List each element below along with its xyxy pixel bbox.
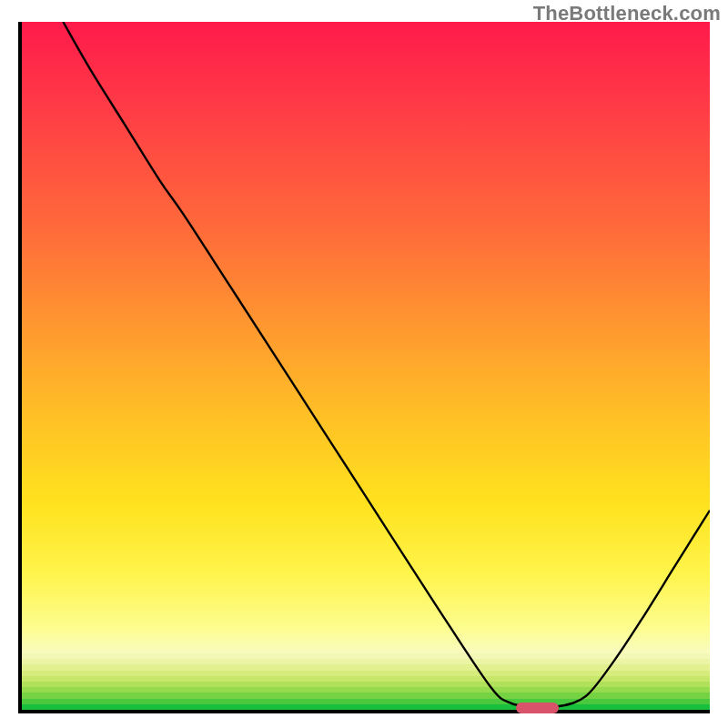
background-gradient: [22, 22, 710, 710]
chart-canvas: TheBottleneck.com: [0, 0, 728, 728]
plot-area: [18, 22, 710, 713]
background-bands: [22, 653, 710, 710]
